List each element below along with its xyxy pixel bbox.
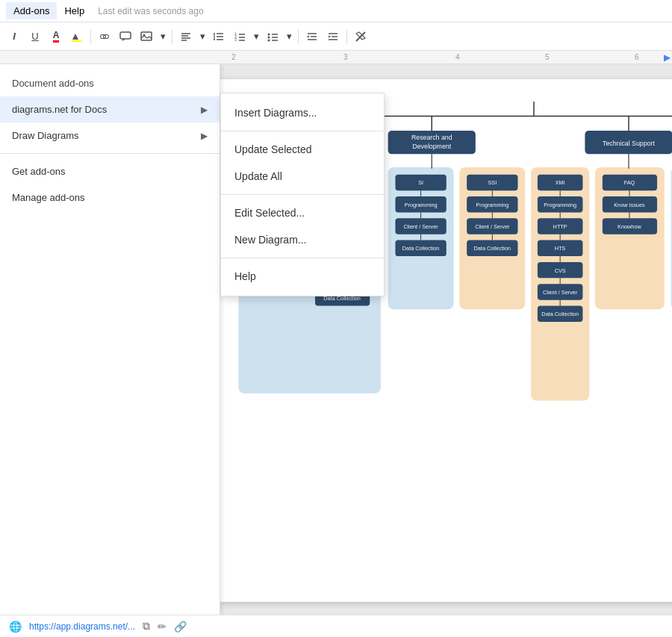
menu-bar: Add-ons Help Last edit was seconds ago bbox=[0, 0, 672, 22]
svg-text:Client / Server: Client / Server bbox=[543, 289, 578, 296]
submenu-divider-3 bbox=[221, 258, 384, 258]
toolbar: I U A ▾ ▾ 1.2.3. ▾ ▾ bbox=[0, 22, 672, 51]
svg-text:Programming: Programming bbox=[544, 202, 576, 208]
svg-text:Programming: Programming bbox=[405, 202, 438, 208]
menu-addons[interactable]: Add-ons bbox=[6, 2, 57, 19]
svg-text:HTTP: HTTP bbox=[553, 223, 567, 230]
svg-point-17 bbox=[268, 33, 270, 35]
addons-sidebar: Document add-ons diagrams.net for Docs ▶… bbox=[0, 64, 220, 615]
chain-icon[interactable]: 🔗 bbox=[174, 621, 187, 633]
submenu-item-help[interactable]: Help bbox=[221, 263, 384, 290]
status-url-link[interactable]: https://app.diagrams.net/... bbox=[29, 621, 135, 632]
edit-icon[interactable]: ✏ bbox=[158, 621, 167, 633]
toolbar-separator-3 bbox=[298, 29, 299, 44]
svg-text:Client / Server: Client / Server bbox=[475, 223, 510, 230]
svg-text:XMI: XMI bbox=[556, 179, 565, 186]
submenu: Insert Diagrams... Update Selected Updat… bbox=[220, 93, 385, 296]
main-area: Document add-ons diagrams.net for Docs ▶… bbox=[0, 64, 672, 615]
indent-increase-button[interactable] bbox=[323, 27, 343, 46]
svg-text:Development: Development bbox=[412, 143, 451, 150]
menu-help[interactable]: Help bbox=[57, 2, 92, 19]
toolbar-separator-4 bbox=[346, 29, 347, 44]
submenu-divider-1 bbox=[221, 131, 384, 131]
addon-item-diagrams-label: diagrams.net for Docs bbox=[12, 104, 107, 115]
submenu-item-update-all[interactable]: Update All bbox=[221, 163, 384, 190]
list-bullet-dropdown-button[interactable]: ▾ bbox=[284, 27, 294, 46]
addon-item-get[interactable]: Get add-ons bbox=[0, 158, 220, 184]
ruler: 2 3 4 5 6 ▶ bbox=[0, 51, 672, 64]
svg-point-18 bbox=[268, 36, 270, 38]
svg-text:Data Collection: Data Collection bbox=[474, 245, 511, 252]
addon-item-draw-label: Draw Diagrams bbox=[12, 130, 79, 141]
submenu-item-insert[interactable]: Insert Diagrams... bbox=[221, 99, 384, 126]
svg-text:Data Collection: Data Collection bbox=[541, 311, 579, 317]
font-color-button[interactable]: A bbox=[46, 27, 66, 46]
image-dropdown-button[interactable]: ▾ bbox=[158, 27, 168, 46]
globe-icon: 🌐 bbox=[9, 621, 22, 633]
svg-text:Data Collection: Data Collection bbox=[402, 245, 440, 252]
svg-point-19 bbox=[268, 39, 270, 41]
addon-divider-1 bbox=[0, 153, 220, 154]
svg-text:Know Issues: Know Issues bbox=[614, 202, 645, 208]
addon-item-draw[interactable]: Draw Diagrams ▶ bbox=[0, 122, 220, 149]
underline-button[interactable]: U bbox=[25, 27, 45, 46]
addon-item-draw-arrow: ▶ bbox=[201, 131, 208, 141]
last-edit-label: Last edit was seconds ago bbox=[98, 6, 203, 16]
svg-text:Technical Support: Technical Support bbox=[603, 140, 655, 147]
addon-section-header: Document add-ons bbox=[0, 70, 220, 96]
copy-icon[interactable]: ⧉ bbox=[143, 620, 150, 633]
italic-button[interactable]: I bbox=[4, 27, 24, 46]
svg-text:FAQ: FAQ bbox=[624, 179, 635, 186]
highlight-button[interactable] bbox=[67, 27, 87, 46]
toolbar-separator-1 bbox=[90, 29, 91, 44]
align-dropdown-button[interactable]: ▾ bbox=[197, 27, 208, 46]
addon-item-manage[interactable]: Manage add-ons bbox=[0, 184, 220, 211]
svg-rect-2 bbox=[141, 32, 152, 40]
align-button[interactable] bbox=[176, 27, 196, 46]
svg-text:SI: SI bbox=[418, 179, 423, 186]
linespacing-button[interactable] bbox=[209, 27, 228, 46]
submenu-item-update-selected[interactable]: Update Selected bbox=[221, 136, 384, 163]
submenu-divider-2 bbox=[221, 194, 384, 195]
toolbar-separator-2 bbox=[172, 29, 172, 44]
svg-text:Research and: Research and bbox=[411, 134, 452, 141]
svg-text:Programming: Programming bbox=[476, 202, 508, 208]
list-num-button[interactable]: 1.2.3. bbox=[230, 27, 249, 46]
list-num-dropdown-button[interactable]: ▾ bbox=[251, 27, 261, 46]
svg-rect-0 bbox=[72, 40, 82, 42]
svg-text:HTS: HTS bbox=[555, 245, 566, 252]
list-bullet-button[interactable] bbox=[263, 27, 282, 46]
svg-text:3.: 3. bbox=[234, 37, 237, 42]
addon-item-diagrams[interactable]: diagrams.net for Docs ▶ bbox=[0, 96, 220, 122]
image-button[interactable] bbox=[137, 27, 156, 46]
svg-text:CVS: CVS bbox=[555, 267, 566, 274]
indent-decrease-button[interactable] bbox=[302, 27, 322, 46]
svg-text:Client / Server: Client / Server bbox=[403, 223, 438, 230]
addon-item-manage-label: Manage add-ons bbox=[12, 192, 85, 203]
comment-button[interactable] bbox=[116, 27, 135, 46]
submenu-item-new-diagram[interactable]: New Diagram... bbox=[221, 226, 384, 253]
status-bar: 🌐 https://app.diagrams.net/... ⧉ ✏ 🔗 bbox=[0, 615, 672, 637]
addon-item-diagrams-arrow: ▶ bbox=[201, 105, 208, 115]
svg-text:SSI: SSI bbox=[488, 179, 497, 186]
addon-item-get-label: Get add-ons bbox=[12, 166, 66, 177]
svg-rect-1 bbox=[120, 32, 131, 39]
link-button[interactable] bbox=[95, 27, 114, 46]
clear-format-button[interactable] bbox=[351, 27, 370, 46]
submenu-item-edit-selected[interactable]: Edit Selected... bbox=[221, 199, 384, 226]
svg-text:Knowhow: Knowhow bbox=[617, 223, 641, 230]
